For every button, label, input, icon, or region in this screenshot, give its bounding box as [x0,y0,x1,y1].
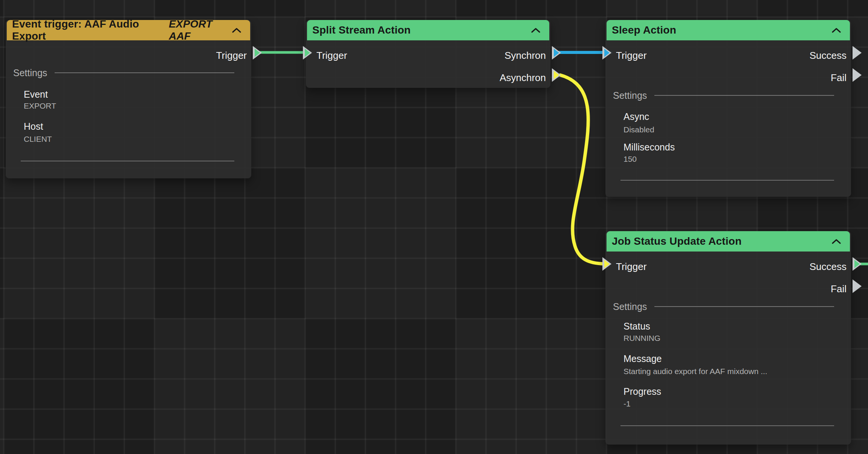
port-trigger-input[interactable] [602,257,611,271]
settings-divider [55,72,234,73]
output-label-success: Success [810,48,847,63]
node-split-stream[interactable]: Split Stream Action Trigger Synchron Asy… [306,20,550,88]
setting-value-host[interactable]: CLIENT [24,134,52,144]
input-label-trigger: Trigger [616,259,646,274]
port-asynchron-output[interactable] [552,68,561,82]
port-success-output[interactable] [853,46,862,60]
node-header-sleep[interactable]: Sleep Action [607,20,850,40]
node-title: Split Stream Action [312,24,411,36]
setting-label-async: Async [623,111,649,122]
setting-label-message: Message [623,353,662,364]
node-title: Sleep Action [612,24,676,36]
input-label-trigger: Trigger [616,48,646,63]
output-label-trigger: Trigger [216,48,247,63]
settings-divider [654,95,834,96]
node-job-status-update[interactable]: Job Status Update Action Trigger Success… [605,231,851,445]
node-subtitle: EXPORT AAF [169,18,232,42]
setting-label-milliseconds: Milliseconds [623,141,675,153]
chevron-up-icon[interactable] [531,28,540,33]
settings-title: Settings [13,67,47,79]
node-footer-divider [21,161,234,161]
node-footer-divider [620,180,834,181]
input-label-trigger: Trigger [316,48,347,63]
setting-value-event[interactable]: EXPORT [24,101,56,111]
node-editor-canvas[interactable]: Event trigger: AAF Audio Export EXPORT A… [0,0,868,454]
output-label-asynchron: Asynchron [500,71,546,85]
node-sleep[interactable]: Sleep Action Trigger Success Fail Settin… [605,20,851,197]
node-header-event-trigger[interactable]: Event trigger: AAF Audio Export EXPORT A… [7,20,250,40]
settings-divider [654,306,834,307]
setting-label-event: Event [24,89,48,100]
setting-value-milliseconds[interactable]: 150 [623,154,637,164]
port-trigger-output[interactable] [253,46,262,60]
setting-label-progress: Progress [623,386,661,397]
node-title: Job Status Update Action [612,235,741,247]
port-trigger-input[interactable] [602,46,611,60]
port-fail-output[interactable] [853,68,862,82]
node-header-split-stream[interactable]: Split Stream Action [307,20,549,40]
node-event-trigger[interactable]: Event trigger: AAF Audio Export EXPORT A… [6,20,251,178]
port-success-output[interactable] [853,257,862,271]
setting-value-message[interactable]: Starting audio export for AAF mixdown ..… [623,367,767,376]
node-body [605,20,851,197]
node-header-job-status-update[interactable]: Job Status Update Action [607,231,850,252]
settings-title: Settings [613,301,647,313]
port-fail-output[interactable] [853,279,862,293]
node-footer-divider [620,425,834,426]
output-label-synchron: Synchron [504,48,546,63]
output-label-fail: Fail [831,71,847,85]
setting-value-async[interactable]: Disabled [623,125,654,135]
output-label-success: Success [810,259,847,274]
port-synchron-output[interactable] [552,46,561,60]
settings-title: Settings [613,89,647,101]
chevron-up-icon[interactable] [832,28,841,33]
setting-label-host: Host [24,121,43,132]
setting-value-progress[interactable]: -1 [623,399,631,409]
node-title: Event trigger: AAF Audio Export [12,18,164,42]
connection-asynchron[interactable] [560,75,608,264]
setting-value-status[interactable]: RUNNING [623,333,660,343]
setting-label-status: Status [623,321,650,332]
output-label-fail: Fail [831,282,847,296]
port-trigger-input[interactable] [303,46,312,60]
chevron-up-icon[interactable] [232,28,241,33]
chevron-up-icon[interactable] [832,239,841,244]
